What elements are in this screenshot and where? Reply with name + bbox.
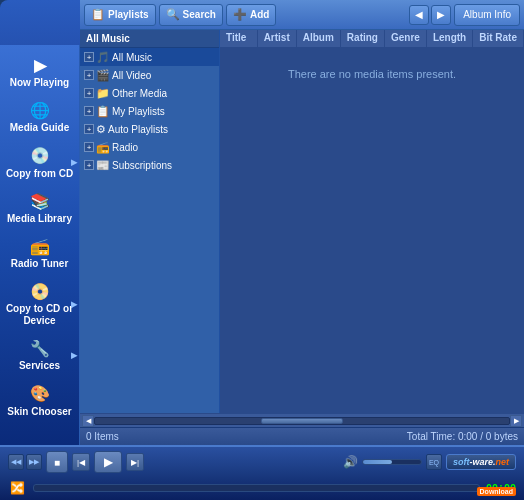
- forward-button[interactable]: ▶: [431, 5, 451, 25]
- back-button[interactable]: ◀: [409, 5, 429, 25]
- all-music-icon: 🎵: [96, 51, 110, 64]
- col-genre[interactable]: Genre: [385, 30, 427, 47]
- subscriptions-icon: 📰: [96, 159, 110, 172]
- tree-expand-all-music[interactable]: +: [84, 52, 94, 62]
- album-info-button[interactable]: Album Info: [454, 4, 520, 26]
- radio-tuner-icon: 📻: [30, 237, 50, 256]
- library-panel: All Music + 🎵 All Music + 🎬 All Video + …: [80, 30, 524, 413]
- rip-btn-2[interactable]: ▶▶: [26, 454, 42, 470]
- playlists-label: Playlists: [108, 9, 149, 20]
- tree-label-my-playlists: My Playlists: [112, 106, 165, 117]
- tree-expand-other-media[interactable]: +: [84, 88, 94, 98]
- total-time: Total Time: 0:00 / 0 bytes: [407, 431, 518, 442]
- eq-button[interactable]: EQ: [426, 454, 442, 470]
- tree-item-all-video[interactable]: + 🎬 All Video: [80, 66, 219, 84]
- prev-button[interactable]: |◀: [72, 453, 90, 471]
- skin-chooser-icon: 🎨: [30, 384, 50, 403]
- tree-label-other-media: Other Media: [112, 88, 167, 99]
- sidebar-item-skin-chooser[interactable]: 🎨 Skin Chooser: [0, 378, 79, 423]
- column-headers: Title Artist Album Rating Genre Length B…: [220, 30, 524, 48]
- main-window: ▶ Now Playing _ □ × soft-ware.net AKTUEL…: [0, 0, 524, 500]
- items-count: 0 Items: [86, 431, 119, 442]
- my-playlists-icon: 📋: [96, 105, 110, 118]
- rip-buttons: ◀◀ ▶▶: [8, 454, 42, 470]
- progress-bar[interactable]: [33, 484, 480, 492]
- transport-bottom: 🔀 00:00: [0, 477, 524, 499]
- col-artist[interactable]: Artist: [258, 30, 297, 47]
- radio-icon: 📻: [96, 141, 110, 154]
- tree-item-subscriptions[interactable]: + 📰 Subscriptions: [80, 156, 219, 174]
- col-bitrate[interactable]: Bit Rate: [473, 30, 524, 47]
- empty-text: There are no media items present.: [288, 68, 456, 80]
- copy-from-cd-icon: 💿: [30, 146, 50, 165]
- nav-buttons: ◀ ▶: [409, 5, 451, 25]
- sidebar-label-services: Services: [19, 360, 60, 372]
- volume-slider[interactable]: [362, 459, 422, 465]
- sidebar-item-services[interactable]: 🔧 Services ▶: [0, 333, 79, 378]
- album-info-label: Album Info: [463, 9, 511, 20]
- auto-playlists-icon: ⚙: [96, 123, 106, 136]
- toolbar: 📋 Playlists 🔍 Search ➕ Add ◀ ▶ Album Inf…: [80, 0, 524, 30]
- scroll-track[interactable]: [94, 417, 510, 425]
- sidebar-item-copy-from-cd[interactable]: 💿 Copy from CD ▶: [0, 140, 79, 185]
- tree-expand-auto-playlists[interactable]: +: [84, 124, 94, 134]
- tree-item-auto-playlists[interactable]: + ⚙ Auto Playlists: [80, 120, 219, 138]
- scroll-left-button[interactable]: ◀: [82, 415, 94, 427]
- tree-expand-my-playlists[interactable]: +: [84, 106, 94, 116]
- sidebar: ▶ Now Playing 🌐 Media Guide 💿 Copy from …: [0, 45, 80, 445]
- stop-button[interactable]: ■: [46, 451, 68, 473]
- tree-header: All Music: [80, 30, 219, 48]
- play-button[interactable]: ▶: [94, 451, 122, 473]
- tree-item-other-media[interactable]: + 📁 Other Media: [80, 84, 219, 102]
- add-button[interactable]: ➕ Add: [226, 4, 276, 26]
- status-bar: 0 Items Total Time: 0:00 / 0 bytes: [80, 427, 524, 445]
- media-guide-icon: 🌐: [30, 101, 50, 120]
- transport-top: ◀◀ ▶▶ ■ |◀ ▶ ▶| 🔊 EQ soft-ware.net: [0, 447, 524, 477]
- sidebar-label-now-playing: Now Playing: [10, 77, 69, 89]
- now-playing-sidebar-icon: ▶: [34, 56, 46, 75]
- logo-badge: soft-ware.net: [446, 454, 516, 470]
- tree-label-all-video: All Video: [112, 70, 151, 81]
- scroll-thumb[interactable]: [261, 418, 344, 424]
- tree-expand-radio[interactable]: +: [84, 142, 94, 152]
- sidebar-item-radio-tuner[interactable]: 📻 Radio Tuner: [0, 231, 79, 276]
- volume-fill: [363, 460, 392, 464]
- all-video-icon: 🎬: [96, 69, 110, 82]
- sidebar-item-now-playing[interactable]: ▶ Now Playing: [0, 50, 79, 95]
- shuffle-button[interactable]: 🔀: [8, 479, 27, 497]
- tree-item-all-music[interactable]: + 🎵 All Music: [80, 48, 219, 66]
- sidebar-label-media-guide: Media Guide: [10, 122, 69, 134]
- tree-panel: All Music + 🎵 All Music + 🎬 All Video + …: [80, 30, 220, 413]
- playlists-button[interactable]: 📋 Playlists: [84, 4, 156, 26]
- copy-to-device-chevron: ▶: [71, 300, 77, 310]
- content-panel: Title Artist Album Rating Genre Length B…: [220, 30, 524, 413]
- sidebar-item-copy-to-device[interactable]: 📀 Copy to CD or Device ▶: [0, 276, 79, 333]
- content-empty-message: There are no media items present.: [220, 48, 524, 413]
- other-media-icon: 📁: [96, 87, 110, 100]
- col-title[interactable]: Title: [220, 30, 258, 47]
- col-album[interactable]: Album: [297, 30, 341, 47]
- copy-to-device-icon: 📀: [30, 282, 50, 301]
- tree-item-radio[interactable]: + 📻 Radio: [80, 138, 219, 156]
- sidebar-label-media-library: Media Library: [7, 213, 72, 225]
- tree-item-my-playlists[interactable]: + 📋 My Playlists: [80, 102, 219, 120]
- rip-btn-1[interactable]: ◀◀: [8, 454, 24, 470]
- col-rating[interactable]: Rating: [341, 30, 385, 47]
- main-content: 📋 Playlists 🔍 Search ➕ Add ◀ ▶ Album Inf…: [80, 0, 524, 445]
- services-chevron: ▶: [71, 351, 77, 361]
- sidebar-label-skin-chooser: Skin Chooser: [7, 406, 71, 418]
- next-button[interactable]: ▶|: [126, 453, 144, 471]
- search-label: Search: [183, 9, 216, 20]
- search-icon: 🔍: [166, 8, 180, 21]
- copy-from-cd-chevron: ▶: [71, 158, 77, 168]
- tree-expand-subscriptions[interactable]: +: [84, 160, 94, 170]
- sidebar-item-media-guide[interactable]: 🌐 Media Guide: [0, 95, 79, 140]
- tree-expand-all-video[interactable]: +: [84, 70, 94, 80]
- search-button[interactable]: 🔍 Search: [159, 4, 223, 26]
- sidebar-item-media-library[interactable]: 📚 Media Library: [0, 186, 79, 231]
- col-length[interactable]: Length: [427, 30, 473, 47]
- horizontal-scrollbar[interactable]: ◀ ▶: [80, 413, 524, 427]
- scroll-right-button[interactable]: ▶: [510, 415, 522, 427]
- sidebar-label-copy-from-cd: Copy from CD: [6, 168, 73, 180]
- tree-label-subscriptions: Subscriptions: [112, 160, 172, 171]
